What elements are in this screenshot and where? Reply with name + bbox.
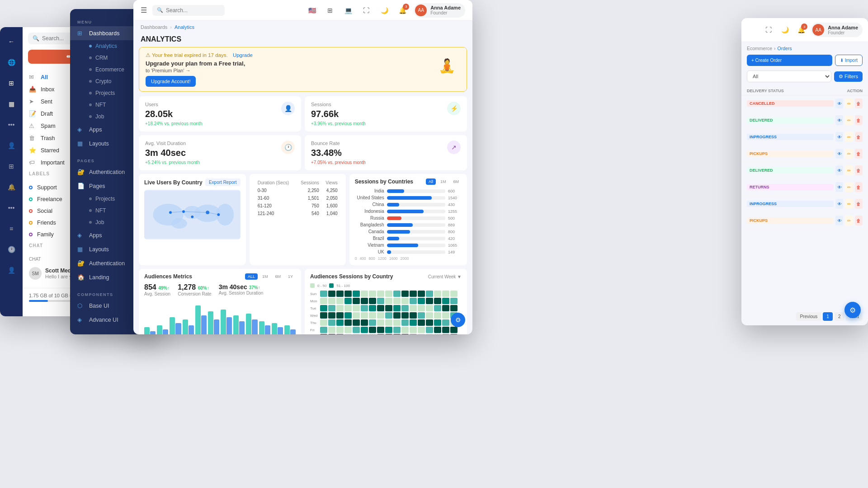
view-icon[interactable]: 👁 xyxy=(835,132,843,142)
aud-tab-1y[interactable]: 1Y xyxy=(285,273,296,280)
analytics-content: ⚠ Your free trial expired in 17 days. Up… xyxy=(133,47,472,334)
important-icon: 🏷 xyxy=(29,159,36,166)
breadcrumb-sep: › xyxy=(774,46,776,51)
email-nav-icon-apps[interactable]: ⊞ xyxy=(4,76,19,90)
upgrade-link[interactable]: Upgrade xyxy=(233,52,253,58)
topbar-apps-icon[interactable]: ⊞ xyxy=(323,4,337,17)
ecom-expand-icon[interactable]: ⛶ xyxy=(762,23,775,36)
delete-icon[interactable]: 🗑 xyxy=(855,165,863,175)
upgrade-account-button[interactable]: Upgrade Account! xyxy=(146,76,196,87)
nft-dot xyxy=(89,103,92,106)
country-row: Bangladesh 889 xyxy=(355,222,462,227)
crm-dot xyxy=(89,56,92,59)
analytics-search-input[interactable] xyxy=(166,7,211,14)
chart-bar-group xyxy=(272,323,283,334)
topbar-flag-icon[interactable]: 🇺🇸 xyxy=(305,4,319,17)
tab-all[interactable]: All xyxy=(426,178,436,185)
country-row: Vietnam 1065 xyxy=(355,243,462,248)
heatmap-cell xyxy=(361,305,368,311)
edit-icon[interactable]: ✏ xyxy=(845,182,853,192)
heatmap-cell xyxy=(418,291,425,297)
search-icon: 🔍 xyxy=(33,35,39,42)
aud-tab-1m[interactable]: 1M xyxy=(259,273,271,280)
edit-icon[interactable]: ✏ xyxy=(845,216,853,225)
export-report-button[interactable]: Export Report xyxy=(205,178,241,186)
user-pill[interactable]: AA Anna Adame Founder xyxy=(414,3,465,18)
filters-button[interactable]: ⚙ Filters xyxy=(834,71,863,82)
tab-6m[interactable]: 6M xyxy=(450,178,462,185)
view-icon[interactable]: 👁 xyxy=(835,115,843,125)
analytics-search[interactable]: 🔍 xyxy=(152,5,225,16)
email-nav-icon-dots[interactable]: ••• xyxy=(4,117,19,132)
email-nav-icon-back[interactable]: ← xyxy=(4,34,19,49)
view-icon[interactable]: 👁 xyxy=(835,199,843,209)
ecom-moon-icon[interactable]: 🌙 xyxy=(778,23,791,36)
view-icon[interactable]: 👁 xyxy=(835,165,843,175)
email-nav-icon-user[interactable]: 👤 xyxy=(4,138,19,153)
topbar-menu-icon[interactable]: ☰ xyxy=(141,6,147,14)
topbar-expand-icon[interactable]: ⛶ xyxy=(359,4,373,17)
users-icon: 👤 xyxy=(281,102,295,115)
filter-select[interactable]: All xyxy=(747,70,831,82)
edit-icon[interactable]: ✏ xyxy=(845,165,853,175)
topbar-moon-icon[interactable]: 🌙 xyxy=(377,4,391,17)
email-nav-icon-person[interactable]: 👤 xyxy=(4,263,19,277)
edit-icon[interactable]: ✏ xyxy=(845,149,853,159)
country-row: Canada 800 xyxy=(355,229,462,234)
heatmap-cell xyxy=(410,305,417,311)
delete-icon[interactable]: 🗑 xyxy=(855,216,863,225)
heatmap-cell xyxy=(393,327,401,333)
delete-icon[interactable]: 🗑 xyxy=(855,149,863,159)
analytics-settings-fab[interactable]: ⚙ xyxy=(451,313,465,327)
view-icon[interactable]: 👁 xyxy=(835,216,843,225)
ecom-topbar: ⛶ 🌙 🔔 3 AA Anna Adame Founder xyxy=(741,18,868,42)
countries-scale: 0 400 800 1200 1600 2000 xyxy=(355,256,462,261)
aud-tab-6m[interactable]: 6M xyxy=(272,273,283,280)
countries-header: Sessions by Countries All 1M 6M xyxy=(355,178,462,185)
edit-icon[interactable]: ✏ xyxy=(845,132,853,142)
email-nav-icon-dots2[interactable]: ••• xyxy=(4,201,19,215)
current-year-bar xyxy=(201,315,207,334)
email-nav-icon-grid[interactable]: ⊞ xyxy=(4,159,19,174)
countries-list: India 600 United States 1540 China 430 I… xyxy=(355,188,462,254)
analytics-dot xyxy=(89,45,92,47)
delete-icon[interactable]: 🗑 xyxy=(855,182,863,192)
import-button[interactable]: ⬇ Import xyxy=(835,55,863,66)
heatmap-cell xyxy=(320,334,327,334)
delete-icon[interactable]: 🗑 xyxy=(855,132,863,142)
heatmap-cell xyxy=(401,319,409,326)
topbar-monitor-icon[interactable]: 💻 xyxy=(341,4,355,17)
delete-icon[interactable]: 🗑 xyxy=(855,99,863,108)
last-year-bar xyxy=(246,314,251,335)
aud-tab-all[interactable]: ALL xyxy=(245,273,258,280)
heatmap-cell xyxy=(377,312,384,319)
heatmap-sort[interactable]: Current Week ▼ xyxy=(428,274,462,279)
delete-icon[interactable]: 🗑 xyxy=(855,199,863,209)
ecom-bell-icon[interactable]: 🔔 3 xyxy=(795,23,807,36)
edit-icon[interactable]: ✏ xyxy=(845,99,853,108)
create-order-button[interactable]: + Create Order xyxy=(747,55,832,66)
view-icon[interactable]: 👁 xyxy=(835,149,843,159)
email-nav-icon-bell[interactable]: 🔔 xyxy=(4,180,19,194)
view-icon[interactable]: 👁 xyxy=(835,182,843,192)
ecom-user-pill[interactable]: AA Anna Adame Founder xyxy=(811,23,863,37)
current-year-bar xyxy=(150,331,156,334)
base-ui-icon: ⬡ xyxy=(77,302,85,309)
heatmap-cell xyxy=(336,334,344,334)
edit-icon[interactable]: ✏ xyxy=(845,115,853,125)
heatmap-row: Tue xyxy=(310,305,462,311)
previous-button[interactable]: Previous xyxy=(796,312,821,321)
email-nav-icon-table[interactable]: ▦ xyxy=(4,97,19,111)
email-nav-icon-clock[interactable]: 🕐 xyxy=(4,242,19,257)
topbar-bell-icon[interactable]: 🔔 3 xyxy=(396,4,409,17)
ecom-settings-fab[interactable]: ⚙ xyxy=(844,302,861,318)
delete-icon[interactable]: 🗑 xyxy=(855,115,863,125)
view-icon[interactable]: 👁 xyxy=(835,99,843,108)
email-nav-icon-layers[interactable]: ≡ xyxy=(4,221,19,236)
page-1-button[interactable]: 1 xyxy=(823,312,833,321)
breadcrumb-ecommerce[interactable]: Ecommerce xyxy=(747,46,772,51)
tab-1m[interactable]: 1M xyxy=(438,178,449,185)
page-2-button[interactable]: 2 xyxy=(835,312,844,321)
email-nav-icon-globe[interactable]: 🌐 xyxy=(4,55,19,70)
edit-icon[interactable]: ✏ xyxy=(845,199,853,209)
